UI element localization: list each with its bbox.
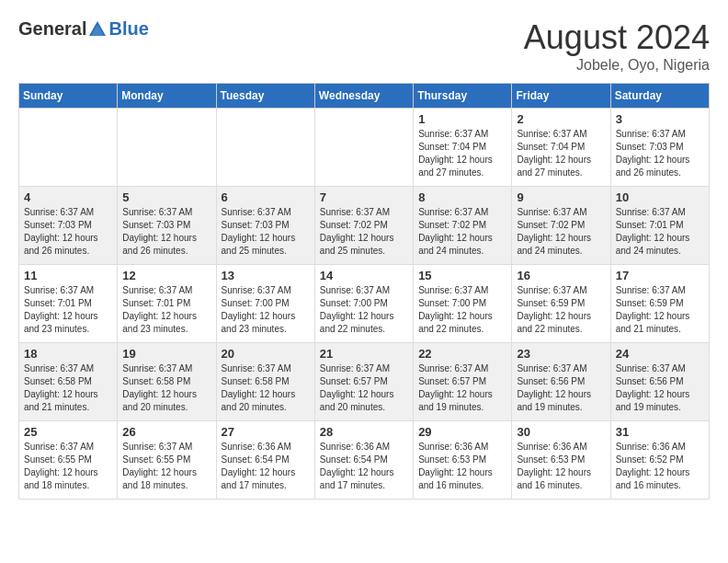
calendar-cell: 23Sunrise: 6:37 AMSunset: 6:56 PMDayligh… xyxy=(512,343,610,421)
day-info: Sunrise: 6:37 AMSunset: 7:00 PMDaylight:… xyxy=(320,284,408,336)
calendar-cell: 25Sunrise: 6:37 AMSunset: 6:55 PMDayligh… xyxy=(19,421,118,500)
calendar-cell xyxy=(314,109,413,187)
day-number: 27 xyxy=(222,425,310,439)
day-number: 28 xyxy=(320,425,408,439)
calendar-cell: 16Sunrise: 6:37 AMSunset: 6:59 PMDayligh… xyxy=(512,265,610,343)
calendar-cell: 3Sunrise: 6:37 AMSunset: 7:03 PMDaylight… xyxy=(610,109,709,187)
calendar-cell: 14Sunrise: 6:37 AMSunset: 7:00 PMDayligh… xyxy=(314,265,413,343)
day-number: 11 xyxy=(24,269,112,282)
day-number: 12 xyxy=(122,269,210,282)
calendar-cell: 20Sunrise: 6:37 AMSunset: 6:58 PMDayligh… xyxy=(216,343,314,421)
calendar-cell xyxy=(216,109,314,187)
calendar-cell: 24Sunrise: 6:37 AMSunset: 6:56 PMDayligh… xyxy=(610,343,709,421)
day-number: 23 xyxy=(517,347,605,361)
day-number: 9 xyxy=(517,190,605,204)
calendar-cell: 17Sunrise: 6:37 AMSunset: 6:59 PMDayligh… xyxy=(610,265,709,343)
day-info: Sunrise: 6:36 AMSunset: 6:53 PMDaylight:… xyxy=(517,441,605,492)
calendar-cell: 28Sunrise: 6:36 AMSunset: 6:54 PMDayligh… xyxy=(314,421,413,500)
day-info: Sunrise: 6:37 AMSunset: 7:01 PMDaylight:… xyxy=(24,284,112,336)
calendar-cell xyxy=(19,109,118,187)
calendar-cell: 6Sunrise: 6:37 AMSunset: 7:03 PMDaylight… xyxy=(216,187,314,265)
day-number: 6 xyxy=(222,190,310,204)
calendar-cell: 29Sunrise: 6:36 AMSunset: 6:53 PMDayligh… xyxy=(414,421,512,500)
day-info: Sunrise: 6:37 AMSunset: 6:58 PMDaylight:… xyxy=(222,362,310,414)
calendar-cell: 12Sunrise: 6:37 AMSunset: 7:01 PMDayligh… xyxy=(118,265,216,343)
day-info: Sunrise: 6:37 AMSunset: 7:03 PMDaylight:… xyxy=(24,206,112,258)
calendar-week-row: 4Sunrise: 6:37 AMSunset: 7:03 PMDaylight… xyxy=(19,187,710,265)
day-info: Sunrise: 6:37 AMSunset: 7:03 PMDaylight:… xyxy=(616,128,704,179)
weekday-header-sunday: Sunday xyxy=(19,84,118,109)
calendar-cell: 13Sunrise: 6:37 AMSunset: 7:00 PMDayligh… xyxy=(216,265,314,343)
day-info: Sunrise: 6:37 AMSunset: 6:55 PMDaylight:… xyxy=(122,441,210,492)
logo-icon xyxy=(87,19,108,40)
calendar-cell: 21Sunrise: 6:37 AMSunset: 6:57 PMDayligh… xyxy=(314,343,413,421)
day-info: Sunrise: 6:37 AMSunset: 6:57 PMDaylight:… xyxy=(418,362,506,414)
day-number: 29 xyxy=(418,425,506,439)
calendar-cell: 31Sunrise: 6:36 AMSunset: 6:52 PMDayligh… xyxy=(610,421,709,500)
day-number: 15 xyxy=(418,269,506,282)
day-info: Sunrise: 6:36 AMSunset: 6:54 PMDaylight:… xyxy=(222,441,310,492)
day-info: Sunrise: 6:37 AMSunset: 7:00 PMDaylight:… xyxy=(418,284,506,336)
calendar-cell: 8Sunrise: 6:37 AMSunset: 7:02 PMDaylight… xyxy=(414,187,512,265)
day-info: Sunrise: 6:36 AMSunset: 6:54 PMDaylight:… xyxy=(320,441,408,492)
day-info: Sunrise: 6:37 AMSunset: 7:01 PMDaylight:… xyxy=(616,206,704,258)
day-number: 26 xyxy=(122,425,210,439)
day-number: 1 xyxy=(418,112,506,126)
day-info: Sunrise: 6:37 AMSunset: 6:59 PMDaylight:… xyxy=(616,284,704,336)
day-info: Sunrise: 6:37 AMSunset: 6:58 PMDaylight:… xyxy=(122,362,210,414)
calendar-cell: 11Sunrise: 6:37 AMSunset: 7:01 PMDayligh… xyxy=(19,265,118,343)
weekday-header-monday: Monday xyxy=(118,84,216,109)
day-info: Sunrise: 6:37 AMSunset: 6:59 PMDaylight:… xyxy=(517,284,605,336)
day-number: 24 xyxy=(616,347,704,361)
day-number: 2 xyxy=(517,112,605,126)
weekday-header-saturday: Saturday xyxy=(610,84,709,109)
calendar-week-row: 18Sunrise: 6:37 AMSunset: 6:58 PMDayligh… xyxy=(19,343,710,421)
calendar-table: SundayMondayTuesdayWednesdayThursdayFrid… xyxy=(18,83,710,500)
calendar-cell: 30Sunrise: 6:36 AMSunset: 6:53 PMDayligh… xyxy=(512,421,610,500)
day-number: 8 xyxy=(418,190,506,204)
day-number: 17 xyxy=(616,269,704,282)
day-number: 10 xyxy=(616,190,704,204)
calendar-cell: 26Sunrise: 6:37 AMSunset: 6:55 PMDayligh… xyxy=(118,421,216,500)
day-info: Sunrise: 6:37 AMSunset: 7:02 PMDaylight:… xyxy=(320,206,408,258)
calendar-cell: 9Sunrise: 6:37 AMSunset: 7:02 PMDaylight… xyxy=(512,187,610,265)
day-info: Sunrise: 6:37 AMSunset: 6:55 PMDaylight:… xyxy=(24,441,112,492)
logo-blue: Blue xyxy=(108,18,148,40)
day-info: Sunrise: 6:37 AMSunset: 6:56 PMDaylight:… xyxy=(616,362,704,414)
day-info: Sunrise: 6:37 AMSunset: 7:04 PMDaylight:… xyxy=(418,128,506,179)
calendar-cell: 5Sunrise: 6:37 AMSunset: 7:03 PMDaylight… xyxy=(118,187,216,265)
day-info: Sunrise: 6:37 AMSunset: 7:02 PMDaylight:… xyxy=(418,206,506,258)
calendar-cell xyxy=(118,109,216,187)
day-info: Sunrise: 6:37 AMSunset: 6:56 PMDaylight:… xyxy=(517,362,605,414)
day-info: Sunrise: 6:37 AMSunset: 7:00 PMDaylight:… xyxy=(222,284,310,336)
month-year: August 2024 xyxy=(524,18,710,57)
day-info: Sunrise: 6:37 AMSunset: 7:01 PMDaylight:… xyxy=(122,284,210,336)
day-number: 3 xyxy=(616,112,704,126)
day-info: Sunrise: 6:37 AMSunset: 7:03 PMDaylight:… xyxy=(122,206,210,258)
day-info: Sunrise: 6:37 AMSunset: 7:04 PMDaylight:… xyxy=(517,128,605,179)
logo-general: General xyxy=(18,18,86,40)
day-number: 7 xyxy=(320,190,408,204)
calendar-cell: 4Sunrise: 6:37 AMSunset: 7:03 PMDaylight… xyxy=(19,187,118,265)
day-info: Sunrise: 6:36 AMSunset: 6:52 PMDaylight:… xyxy=(616,441,704,492)
day-info: Sunrise: 6:37 AMSunset: 6:58 PMDaylight:… xyxy=(24,362,112,414)
day-number: 16 xyxy=(517,269,605,282)
day-number: 22 xyxy=(418,347,506,361)
day-number: 4 xyxy=(24,190,112,204)
calendar-cell: 7Sunrise: 6:37 AMSunset: 7:02 PMDaylight… xyxy=(314,187,413,265)
weekday-header-wednesday: Wednesday xyxy=(314,84,413,109)
calendar-week-row: 11Sunrise: 6:37 AMSunset: 7:01 PMDayligh… xyxy=(19,265,710,343)
day-number: 13 xyxy=(222,269,310,282)
weekday-header-row: SundayMondayTuesdayWednesdayThursdayFrid… xyxy=(19,84,710,109)
day-info: Sunrise: 6:36 AMSunset: 6:53 PMDaylight:… xyxy=(418,441,506,492)
weekday-header-thursday: Thursday xyxy=(414,84,512,109)
logo: General Blue xyxy=(18,18,149,40)
calendar-cell: 19Sunrise: 6:37 AMSunset: 6:58 PMDayligh… xyxy=(118,343,216,421)
day-number: 19 xyxy=(122,347,210,361)
day-number: 21 xyxy=(320,347,408,361)
calendar-cell: 18Sunrise: 6:37 AMSunset: 6:58 PMDayligh… xyxy=(19,343,118,421)
day-number: 20 xyxy=(222,347,310,361)
day-info: Sunrise: 6:37 AMSunset: 7:03 PMDaylight:… xyxy=(222,206,310,258)
day-info: Sunrise: 6:37 AMSunset: 6:57 PMDaylight:… xyxy=(320,362,408,414)
calendar-cell: 1Sunrise: 6:37 AMSunset: 7:04 PMDaylight… xyxy=(414,109,512,187)
